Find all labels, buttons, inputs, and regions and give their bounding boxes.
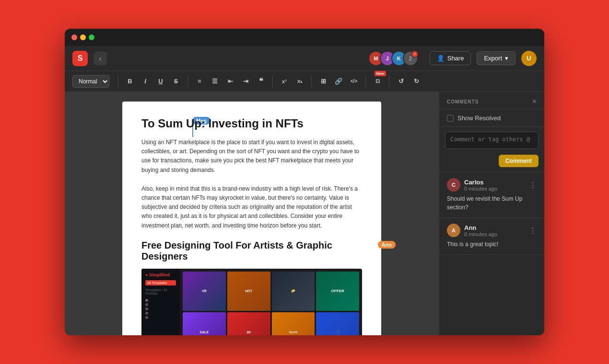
img-cell-5: SALE [183,312,226,335]
user-avatar[interactable]: U [521,51,537,66]
image-sidebar-nav: Templates › All Formats [145,288,176,295]
img-cell-8: 🎵 [316,312,359,335]
comment-avatar-carlos: C [447,178,460,192]
comment-menu-carlos[interactable]: ⋮ [529,181,537,190]
comments-title: COMMENTS [447,99,479,104]
maximize-button[interactable] [89,34,94,40]
comment-header-carlos: C Carlos 0 minutes ago ⋮ [447,178,537,192]
code-button[interactable]: </> [347,75,361,88]
italic-button[interactable]: I [139,75,152,88]
comment-author-info-carlos: Carlos 0 minutes ago [464,179,525,192]
comment-author-ann: Ann [464,224,525,231]
cursor-ann-label: Ann [378,241,396,249]
image-grid: VR HOT 🌮 OFFER SALE 20 World 🎵 [180,269,362,335]
img-cell-2: HOT [227,272,270,311]
subscript-button[interactable]: x₁ [293,75,306,88]
app-logo: S [72,51,88,66]
ordered-list-button[interactable]: ≡ [193,75,206,88]
document: Meg To Sum Up: Investing in NFTs Using a… [122,102,381,335]
minimize-button[interactable] [80,34,86,40]
comment-time-ann: 0 minutes ago [464,231,525,237]
img-cell-4: OFFER [316,272,359,311]
image-all-templates: All Templates [145,280,176,285]
style-select[interactable]: Normal [72,75,109,88]
comment-text-carlos: Should we revisit the Sum Up section? [447,194,537,212]
image-button[interactable]: ⊞ [316,75,330,88]
titlebar [65,29,544,46]
bullet-list-button[interactable]: ☰ [208,75,222,88]
img-cell-1: VR [183,272,226,311]
superscript-button[interactable]: x¹ [278,75,291,88]
app-bar: S ‹ M J K 2 2 👤 Share Export ▾ U [65,46,544,71]
img-cell-6: 20 [227,312,270,335]
divider-6 [389,76,389,87]
divider-5 [365,76,366,87]
comments-panel: COMMENTS × Show Resolved Comment C Carlo… [439,92,544,335]
comment-time-carlos: 0 minutes ago [464,186,525,192]
comment-author-info-ann: Ann 0 minutes ago [464,224,525,237]
comment-text-ann: This is a great topic! [447,240,537,249]
divider-2 [187,76,188,87]
close-button[interactable] [71,34,77,40]
image-inner: ● Simplified All Templates Templates › A… [141,269,362,335]
outdent-button[interactable]: ⇤ [223,75,237,88]
document-title: To Sum Up: Investing in NFTs [141,117,362,130]
notification-badge: 2 [411,51,418,57]
strikethrough-button[interactable]: S [169,75,183,88]
comment-input-area: Comment [439,127,544,172]
paragraph-1: Using an NFT marketplace is the place to… [141,138,362,175]
show-resolved-label: Show Resolved [457,114,501,122]
document-image: ● Simplified All Templates Templates › A… [141,269,362,335]
image-sidebar-brand: ● Simplified [145,273,176,277]
comment-menu-ann[interactable]: ⋮ [529,226,537,235]
new-badge: New [375,71,386,76]
comment-submit-row: Comment [445,155,539,167]
show-resolved-row: Show Resolved [439,110,544,127]
paragraph-2: Also, keep in mind that this is a brand-… [141,184,362,230]
new-feature-button[interactable]: ⊡ New [371,75,384,88]
image-sidebar-dots [145,299,176,319]
comment-submit-button[interactable]: Comment [499,155,539,167]
comment-author-carlos: Carlos [464,179,525,186]
redo-button[interactable]: ↻ [410,75,423,88]
comment-card-ann: A Ann 0 minutes ago ⋮ This is a great to… [439,218,544,255]
image-sidebar: ● Simplified All Templates Templates › A… [141,269,180,335]
share-icon: 👤 [437,55,445,62]
indent-button[interactable]: ⇥ [239,75,252,88]
close-comments-button[interactable]: × [532,98,537,105]
editor-area[interactable]: Meg To Sum Up: Investing in NFTs Using a… [65,92,439,335]
bold-button[interactable]: B [123,75,137,88]
collaborator-avatars: M J K 2 2 [368,51,418,66]
divider-4 [311,76,312,87]
document-heading-2: Free Designing Tool For Artists & Graphi… [141,240,362,262]
undo-button[interactable]: ↺ [394,75,408,88]
comment-input[interactable] [445,132,539,149]
comment-avatar-ann: A [447,224,460,237]
browser-window: S ‹ M J K 2 2 👤 Share Export ▾ U Normal [65,29,544,335]
img-cell-7: World [272,312,315,335]
quote-button[interactable]: ❝ [254,75,268,88]
formatting-toolbar: Normal B I U S ≡ ☰ ⇤ ⇥ ❝ x¹ x₁ ⊞ 🔗 </> ⊡… [65,71,544,92]
heading-2-wrapper: Free Designing Tool For Artists & Graphi… [141,240,362,262]
divider-3 [272,76,273,87]
comment-card-carlos: C Carlos 0 minutes ago ⋮ Should we revis… [439,172,544,218]
link-button[interactable]: 🔗 [332,75,345,88]
img-cell-3: 🌮 [272,272,315,311]
traffic-lights [71,34,94,40]
export-button[interactable]: Export ▾ [477,51,515,65]
underline-button[interactable]: U [154,75,167,88]
main-content: Meg To Sum Up: Investing in NFTs Using a… [65,92,544,335]
cursor-ann-container: Ann [378,241,396,249]
divider-1 [118,76,118,87]
back-button[interactable]: ‹ [94,52,107,65]
comments-header: COMMENTS × [439,92,544,110]
share-button[interactable]: 👤 Share [430,51,471,65]
comment-header-ann: A Ann 0 minutes ago ⋮ [447,224,537,237]
show-resolved-checkbox[interactable] [447,115,454,122]
avatar-overflow: 2 2 [403,51,418,66]
